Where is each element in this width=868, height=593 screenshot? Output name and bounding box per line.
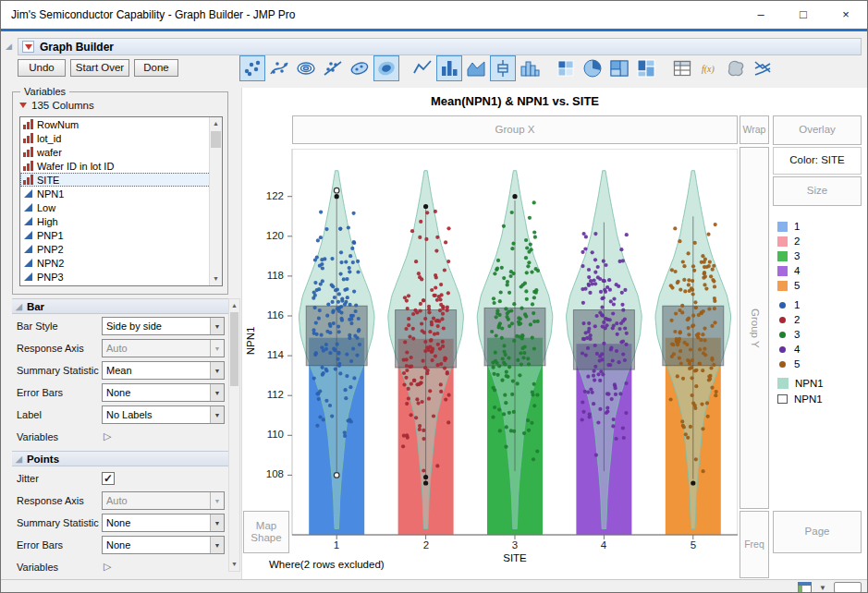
points-icon[interactable] (239, 55, 265, 81)
size-dropzone[interactable]: Size (773, 176, 862, 206)
panel-scrollbar[interactable]: ▲ ▼ (228, 298, 240, 572)
maximize-button[interactable]: □ (782, 1, 825, 28)
map-icon[interactable] (723, 55, 749, 81)
formula-icon[interactable]: f(x) (696, 55, 722, 81)
legend-square-swatch (777, 236, 788, 247)
legend-item-dot-5[interactable]: 5 (777, 357, 865, 371)
column-item-wafer[interactable]: wafer (20, 145, 222, 159)
legend-item-square-3[interactable]: 3 (777, 248, 865, 263)
disclosure-icon[interactable]: ▷ (104, 430, 111, 442)
legend-item-square-5[interactable]: 5 (777, 278, 865, 293)
nominal-modeling-icon (23, 119, 33, 129)
column-label: RowNum (37, 119, 79, 130)
overlay-dropzone[interactable]: Overlay (773, 115, 862, 145)
continuous-modeling-icon (23, 188, 33, 199)
red-triangle-columns-icon[interactable] (19, 103, 27, 108)
points-section-header[interactable]: ◢ Points (12, 451, 228, 466)
scrollbar-thumb[interactable] (230, 312, 238, 386)
color-dropzone[interactable]: Color: SITE (773, 147, 862, 175)
legend-item-violin[interactable]: NPN1 (777, 376, 865, 391)
column-item-pnp3[interactable]: PNP3 (20, 270, 222, 284)
section-disclosure-icon[interactable]: ◢ (16, 454, 22, 464)
legend-item-dot-1[interactable]: 1 (777, 297, 865, 312)
column-item-pnp1[interactable]: PNP1 (20, 228, 222, 242)
map-shape-dropzone[interactable]: Map Shape (243, 511, 289, 553)
freq-dropzone[interactable]: Freq (740, 511, 769, 578)
minimize-button[interactable]: – (740, 1, 782, 28)
disclosure-icon[interactable]: ▷ (104, 561, 111, 573)
summary-statistic-dropdown[interactable]: Mean▼ (102, 361, 225, 380)
box-plot-icon[interactable] (490, 55, 516, 81)
group-y-dropzone[interactable]: Group Y (740, 147, 769, 509)
column-item-npn2[interactable]: NPN2 (20, 256, 222, 270)
section-disclosure-icon[interactable]: ◢ (16, 302, 22, 311)
plot-area[interactable] (285, 149, 738, 546)
parallel-icon[interactable] (750, 55, 776, 81)
window-accent-line (1, 29, 867, 31)
bar-section-header[interactable]: ◢ Bar (12, 298, 228, 314)
columns-list-scrollbar[interactable]: ▲ ▼ (209, 117, 222, 285)
histogram-icon[interactable] (517, 55, 543, 81)
tabulate-icon[interactable] (669, 55, 695, 81)
label-dropdown[interactable]: No Labels▼ (102, 405, 225, 424)
chevron-down-icon[interactable]: ▼ (819, 584, 826, 592)
response-axis-dropdown[interactable]: Auto▼ (102, 339, 225, 357)
undo-button[interactable]: Undo (18, 59, 66, 77)
wrap-dropzone[interactable]: Wrap (740, 115, 769, 144)
scroll-down-icon[interactable]: ▼ (210, 272, 222, 285)
y-tick-label: 122 (252, 190, 284, 201)
start-over-button[interactable]: Start Over (70, 59, 129, 77)
legend-item-dot-4[interactable]: 4 (777, 342, 865, 357)
line-of-fit-icon[interactable] (320, 55, 346, 81)
column-item-pnp2[interactable]: PNP2 (20, 242, 222, 256)
line-icon[interactable] (410, 55, 435, 81)
status-field[interactable] (834, 582, 862, 593)
data-table-icon[interactable] (798, 582, 812, 593)
smoother-icon[interactable] (266, 55, 292, 81)
column-item-low[interactable]: Low (20, 200, 222, 214)
legend-item-bar[interactable]: NPN1 (777, 392, 865, 406)
outline-disclosure-icon[interactable]: ◢ (6, 42, 12, 51)
error-bars-dropdown[interactable]: None▼ (102, 536, 225, 554)
scroll-up-icon[interactable]: ▲ (210, 117, 222, 130)
scrollbar-thumb[interactable] (211, 131, 221, 148)
ellipse-icon[interactable] (347, 55, 373, 81)
contour-icon[interactable] (373, 55, 399, 81)
column-item-wafer-id-in-lot-id[interactable]: Wafer ID in lot ID (20, 159, 222, 173)
mosaic-icon[interactable] (633, 55, 659, 81)
columns-list[interactable]: RowNumlot_idwaferWafer ID in lot IDSITEN… (19, 116, 223, 286)
scroll-up-icon[interactable]: ▲ (229, 299, 239, 312)
red-triangle-menu-icon[interactable] (22, 41, 34, 53)
jitter-checkbox[interactable]: ✓ (102, 472, 115, 485)
response-axis-dropdown[interactable]: Auto▼ (102, 491, 225, 510)
legend-item-square-4[interactable]: 4 (777, 263, 865, 278)
legend-item-dot-2[interactable]: 2 (777, 312, 865, 327)
error-bars-dropdown[interactable]: None▼ (102, 383, 225, 402)
prop-label: Jitter (17, 473, 39, 484)
scroll-down-icon[interactable]: ▼ (229, 558, 239, 571)
element-toolbar: f(x) (239, 55, 776, 81)
density-icon[interactable] (293, 55, 319, 81)
bar-style-dropdown[interactable]: Side by side▼ (102, 317, 225, 335)
done-button[interactable]: Done (134, 59, 178, 77)
column-item-site[interactable]: SITE (20, 173, 222, 187)
page-dropzone[interactable]: Page (773, 511, 862, 553)
heatmap-icon[interactable] (553, 55, 579, 81)
column-item-high[interactable]: High (20, 214, 222, 228)
bar-icon[interactable] (436, 55, 462, 81)
legend-item-square-1[interactable]: 1 (777, 219, 865, 234)
legend-item-dot-3[interactable]: 3 (777, 327, 865, 342)
pie-icon[interactable] (580, 55, 605, 81)
area-icon[interactable] (463, 55, 489, 81)
treemap-icon[interactable] (606, 55, 632, 81)
column-item-npn1[interactable]: NPN1 (20, 187, 222, 200)
plot-svg[interactable] (285, 149, 738, 546)
close-button[interactable]: × (825, 1, 867, 28)
group-x-dropzone[interactable]: Group X (292, 115, 738, 144)
column-item-lot_id[interactable]: lot_id (20, 131, 222, 145)
legend-item-square-2[interactable]: 2 (777, 234, 865, 248)
status-bar: ▼ (1, 579, 867, 593)
column-label: High (37, 216, 58, 227)
column-item-rownum[interactable]: RowNum (20, 117, 222, 131)
summary-statistic-dropdown[interactable]: None▼ (102, 514, 225, 532)
